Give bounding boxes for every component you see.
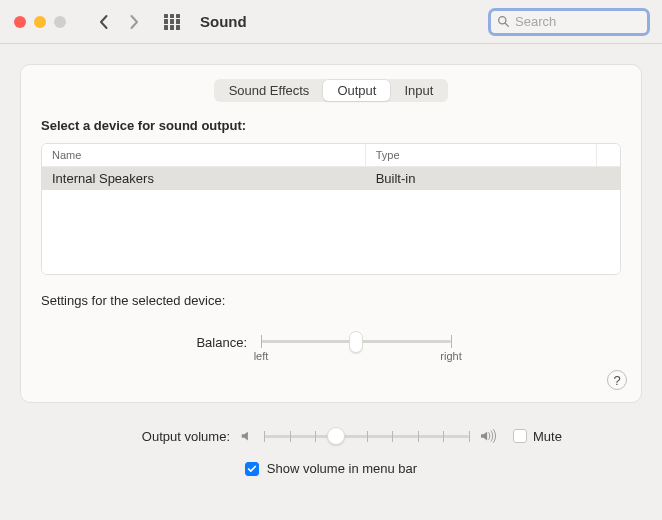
help-icon: ? xyxy=(613,373,620,388)
output-device-heading: Select a device for sound output: xyxy=(41,118,621,133)
footer: Output volume: xyxy=(0,415,662,490)
close-window-icon[interactable] xyxy=(14,16,26,28)
chevron-left-icon xyxy=(99,14,109,30)
show-in-menubar-checkbox[interactable] xyxy=(245,462,259,476)
balance-left-label: left xyxy=(254,350,269,362)
balance-thumb[interactable] xyxy=(349,331,363,353)
device-type: Built-in xyxy=(366,167,620,190)
output-volume-row: Output volume: xyxy=(20,421,642,451)
col-spacer xyxy=(597,144,620,167)
search-icon xyxy=(497,15,510,28)
mute-label: Mute xyxy=(533,429,562,444)
balance-right-label: right xyxy=(440,350,461,362)
mute-checkbox[interactable] xyxy=(513,429,527,443)
search-input[interactable] xyxy=(515,14,641,29)
window-controls xyxy=(14,16,66,28)
nav-arrows xyxy=(92,8,146,36)
device-table: Name Type Internal Speakers Built-in xyxy=(41,143,621,275)
output-volume-label: Output volume: xyxy=(20,429,240,444)
all-prefs-icon[interactable] xyxy=(164,14,180,30)
speaker-high-icon xyxy=(479,429,497,443)
table-row[interactable]: Internal Speakers Built-in xyxy=(42,167,620,190)
maximize-window-icon xyxy=(54,16,66,28)
forward-button xyxy=(122,8,146,36)
show-in-menubar-label: Show volume in menu bar xyxy=(267,461,417,476)
show-in-menubar-control[interactable]: Show volume in menu bar xyxy=(20,461,642,476)
chevron-right-icon xyxy=(129,14,139,30)
tab-input[interactable]: Input xyxy=(390,80,447,101)
device-name: Internal Speakers xyxy=(42,167,366,190)
help-button[interactable]: ? xyxy=(607,370,627,390)
device-table-header: Name Type xyxy=(42,144,620,167)
volume-thumb[interactable] xyxy=(327,427,345,445)
col-type[interactable]: Type xyxy=(366,144,597,167)
mute-control[interactable]: Mute xyxy=(513,429,562,444)
toolbar: Sound xyxy=(0,0,662,44)
balance-label: Balance: xyxy=(41,335,261,350)
page-title: Sound xyxy=(200,13,247,30)
speaker-low-icon xyxy=(240,429,254,443)
device-table-empty xyxy=(42,190,620,274)
svg-line-1 xyxy=(505,23,508,26)
output-volume-slider[interactable] xyxy=(264,421,469,451)
balance-row: Balance: left right xyxy=(41,326,621,358)
col-name[interactable]: Name xyxy=(42,144,366,167)
tab-output[interactable]: Output xyxy=(323,80,390,101)
tab-sound-effects[interactable]: Sound Effects xyxy=(215,80,324,101)
back-button[interactable] xyxy=(92,8,116,36)
tabs: Sound Effects Output Input xyxy=(41,79,621,102)
selected-device-settings-heading: Settings for the selected device: xyxy=(41,293,621,308)
balance-slider[interactable]: left right xyxy=(261,326,451,358)
tabbar: Sound Effects Output Input xyxy=(214,79,449,102)
main-panel: Sound Effects Output Input Select a devi… xyxy=(20,64,642,403)
minimize-window-icon[interactable] xyxy=(34,16,46,28)
search-field[interactable] xyxy=(488,8,650,36)
